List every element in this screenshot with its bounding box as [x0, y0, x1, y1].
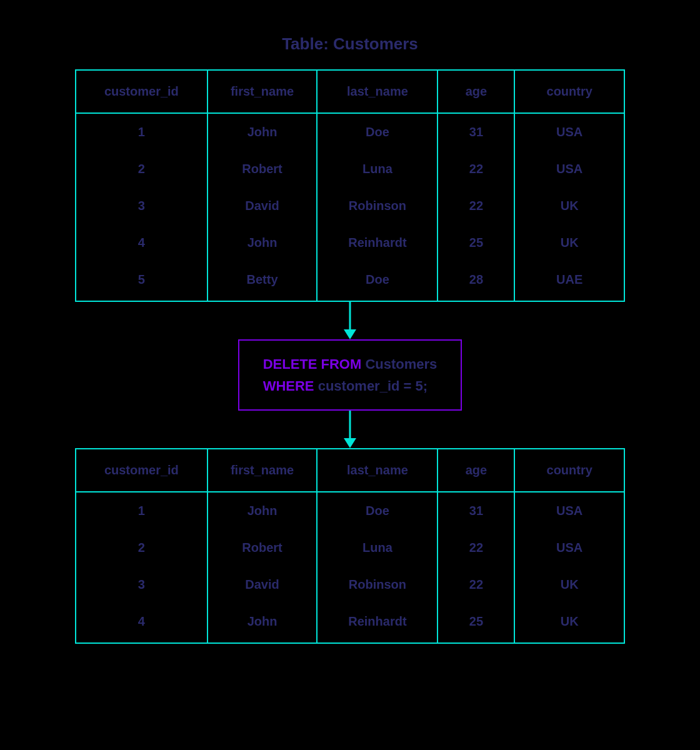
cell-last: Doe — [317, 113, 438, 151]
cell-country: USA — [514, 492, 624, 529]
col-header: first_name — [208, 70, 318, 113]
cell-first: David — [208, 566, 318, 603]
cell-id: 1 — [76, 492, 208, 529]
cell-age: 31 — [438, 492, 514, 529]
cell-first: Robert — [208, 151, 318, 188]
cell-last: Reinhardt — [317, 224, 438, 261]
col-header: first_name — [208, 449, 318, 492]
cell-country: UAE — [514, 261, 624, 301]
svg-marker-3 — [344, 438, 356, 448]
cell-last: Doe — [317, 261, 438, 301]
cell-country: UK — [514, 566, 624, 603]
cell-country: USA — [514, 151, 624, 188]
cell-first: Betty — [208, 261, 318, 301]
cell-age: 25 — [438, 224, 514, 261]
arrow-down-icon — [341, 411, 359, 448]
sql-text: customer_id = 5; — [318, 378, 428, 394]
cell-first: John — [208, 492, 318, 529]
cell-last: Reinhardt — [317, 603, 438, 643]
cell-last: Robinson — [317, 188, 438, 224]
table-header-row: customer_id first_name last_name age cou… — [76, 70, 624, 113]
sql-keyword: DELETE FROM — [263, 356, 366, 372]
table-row: 5 Betty Doe 28 UAE — [76, 261, 624, 301]
cell-id: 5 — [76, 261, 208, 301]
sql-statement-box: DELETE FROM Customers WHERE customer_id … — [238, 339, 462, 411]
col-header: country — [514, 449, 624, 492]
cell-last: Luna — [317, 529, 438, 566]
sql-keyword: WHERE — [263, 378, 318, 394]
cell-first: John — [208, 113, 318, 151]
cell-first: David — [208, 188, 318, 224]
sql-line-2: WHERE customer_id = 5; — [263, 375, 438, 397]
col-header: last_name — [317, 70, 438, 113]
cell-country: USA — [514, 113, 624, 151]
cell-age: 22 — [438, 566, 514, 603]
cell-age: 31 — [438, 113, 514, 151]
table-row: 1 John Doe 31 USA — [76, 113, 624, 151]
cell-country: USA — [514, 529, 624, 566]
cell-age: 22 — [438, 529, 514, 566]
cell-first: John — [208, 603, 318, 643]
cell-first: John — [208, 224, 318, 261]
cell-last: Doe — [317, 492, 438, 529]
table-row: 3 David Robinson 22 UK — [76, 188, 624, 224]
table-row: 2 Robert Luna 22 USA — [76, 151, 624, 188]
col-header: last_name — [317, 449, 438, 492]
cell-age: 22 — [438, 188, 514, 224]
table-title: Table: Customers — [282, 34, 418, 54]
table-row: 2 Robert Luna 22 USA — [76, 529, 624, 566]
svg-marker-1 — [344, 329, 356, 339]
col-header: customer_id — [76, 449, 208, 492]
customers-table-after: customer_id first_name last_name age cou… — [75, 448, 625, 644]
cell-id: 2 — [76, 151, 208, 188]
cell-id: 4 — [76, 224, 208, 261]
table-row: 4 John Reinhardt 25 UK — [76, 603, 624, 643]
cell-age: 28 — [438, 261, 514, 301]
cell-age: 22 — [438, 151, 514, 188]
cell-id: 3 — [76, 566, 208, 603]
cell-last: Luna — [317, 151, 438, 188]
sql-line-1: DELETE FROM Customers — [263, 353, 438, 375]
customers-table-before: customer_id first_name last_name age cou… — [75, 69, 625, 302]
table-row: 3 David Robinson 22 UK — [76, 566, 624, 603]
sql-text: Customers — [365, 356, 437, 372]
cell-id: 1 — [76, 113, 208, 151]
col-header: customer_id — [76, 70, 208, 113]
cell-first: Robert — [208, 529, 318, 566]
cell-id: 4 — [76, 603, 208, 643]
cell-id: 3 — [76, 188, 208, 224]
col-header: country — [514, 70, 624, 113]
col-header: age — [438, 70, 514, 113]
cell-age: 25 — [438, 603, 514, 643]
col-header: age — [438, 449, 514, 492]
cell-country: UK — [514, 224, 624, 261]
cell-last: Robinson — [317, 566, 438, 603]
table-row: 1 John Doe 31 USA — [76, 492, 624, 529]
cell-id: 2 — [76, 529, 208, 566]
arrow-down-icon — [341, 302, 359, 339]
table-header-row: customer_id first_name last_name age cou… — [76, 449, 624, 492]
cell-country: UK — [514, 603, 624, 643]
table-row: 4 John Reinhardt 25 UK — [76, 224, 624, 261]
cell-country: UK — [514, 188, 624, 224]
